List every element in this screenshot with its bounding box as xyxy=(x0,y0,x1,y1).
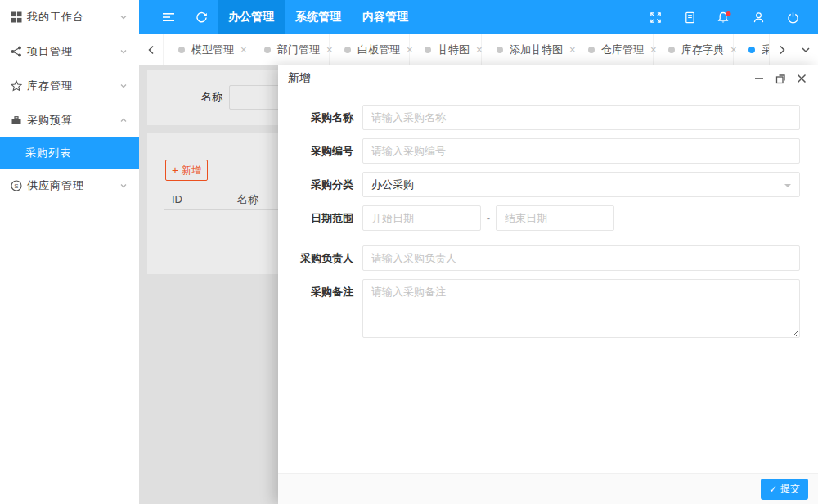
refresh-button[interactable] xyxy=(185,0,218,34)
start-date-input[interactable] xyxy=(362,205,481,231)
field-label: 采购编号 xyxy=(278,138,353,164)
nav-menu-office[interactable]: 办公管理 xyxy=(218,0,285,34)
selected-value: 办公采购 xyxy=(363,173,799,196)
chevron-right-icon xyxy=(778,45,786,55)
sidebar-item-label: 项目管理 xyxy=(27,44,119,59)
tab-dot xyxy=(497,47,503,53)
purchase-category-select[interactable]: 办公采购 xyxy=(362,172,800,197)
field-label: 采购名称 xyxy=(278,105,353,130)
star-icon xyxy=(11,80,22,92)
add-dialog: 新增 采购名称 采购编号 采购分类 办公采购 日期范围 xyxy=(278,65,818,504)
nav-menu-content[interactable]: 内容管理 xyxy=(352,0,419,34)
chevron-down-icon xyxy=(119,47,128,56)
menu-collapse-icon xyxy=(162,11,175,23)
submit-button[interactable]: ✓提交 xyxy=(761,479,808,500)
sidebar-subitem-procurement-list[interactable]: 采购列表 xyxy=(0,137,139,169)
tab-dot xyxy=(264,47,271,53)
nav-right-icons xyxy=(638,0,818,34)
nav-menu-system[interactable]: 系统管理 xyxy=(285,0,352,34)
tab-warehouse-management[interactable]: 仓库管理× xyxy=(573,34,654,65)
tabs-scroll-left-button[interactable] xyxy=(139,34,164,65)
dialog-body: 采购名称 采购编号 采购分类 办公采购 日期范围 - 采购 xyxy=(278,92,818,473)
chevron-down-icon xyxy=(784,184,791,187)
close-icon[interactable]: × xyxy=(240,43,247,56)
tab-department-management[interactable]: 部门管理× xyxy=(249,34,330,65)
form-row-code: 采购编号 xyxy=(278,138,818,164)
tab-dot xyxy=(344,47,351,53)
field-label: 采购负责人 xyxy=(278,245,353,271)
purchase-owner-input[interactable] xyxy=(362,245,800,271)
share-icon xyxy=(11,46,22,57)
maximize-icon xyxy=(775,74,786,84)
tab-dot xyxy=(178,47,185,53)
chevron-up-icon xyxy=(119,116,128,124)
close-icon xyxy=(797,74,807,83)
check-icon: ✓ xyxy=(769,484,777,495)
svg-text:S: S xyxy=(14,182,18,190)
minimize-icon xyxy=(754,74,764,83)
sidebar: 我的工作台 项目管理 库存管理 采购预算 采购列表 S 供应商管理 xyxy=(0,0,139,504)
bell-icon xyxy=(717,11,731,24)
fullscreen-icon xyxy=(649,11,662,24)
sidebar-item-label: 供应商管理 xyxy=(27,178,119,193)
chevron-down-icon xyxy=(801,46,811,54)
tabs-more-button[interactable] xyxy=(793,34,818,65)
date-separator: - xyxy=(481,212,496,224)
tabs-scroll-right-button[interactable] xyxy=(769,34,793,65)
purchase-name-input[interactable] xyxy=(362,105,800,130)
tab-dot xyxy=(588,47,595,53)
tab-procurement-list[interactable]: 采购列表× xyxy=(734,34,769,65)
form-row-remark: 采购备注 xyxy=(278,279,818,341)
supplier-icon: S xyxy=(11,180,22,191)
tabbar: 模型管理× 部门管理× 白板管理× 甘特图× 添加甘特图× 仓库管理× 库存字典… xyxy=(139,34,818,65)
field-label: 日期范围 xyxy=(278,205,353,231)
tab-whiteboard-management[interactable]: 白板管理× xyxy=(330,34,410,65)
tab-dot xyxy=(748,47,755,53)
form-row-owner: 采购负责人 xyxy=(278,245,818,271)
tab-inventory-dictionary[interactable]: 库存字典× xyxy=(654,34,734,65)
tab-gantt[interactable]: 甘特图× xyxy=(410,34,482,65)
form-row-category: 采购分类 办公采购 xyxy=(278,172,818,197)
notes-button[interactable] xyxy=(672,0,707,34)
sidebar-item-suppliers[interactable]: S 供应商管理 xyxy=(0,169,139,203)
notifications-button[interactable] xyxy=(707,0,741,34)
collapse-sidebar-button[interactable] xyxy=(152,0,185,34)
user-button[interactable] xyxy=(741,0,775,34)
purchase-remark-textarea[interactable] xyxy=(362,279,800,338)
sidebar-item-inventory[interactable]: 库存管理 xyxy=(0,69,139,103)
document-icon xyxy=(684,11,696,24)
tab-dot xyxy=(668,47,675,53)
fullscreen-button[interactable] xyxy=(638,0,672,34)
sidebar-item-label: 我的工作台 xyxy=(27,10,119,25)
maximize-button[interactable] xyxy=(774,72,787,85)
chevron-down-icon xyxy=(119,182,128,190)
notification-dot xyxy=(726,11,731,16)
sidebar-item-workspace[interactable]: 我的工作台 xyxy=(0,0,139,34)
field-label: 采购分类 xyxy=(278,172,353,197)
tab-model-management[interactable]: 模型管理× xyxy=(164,34,249,65)
dialog-footer: ✓提交 xyxy=(278,473,818,504)
sidebar-subitem-label: 采购列表 xyxy=(25,146,71,160)
end-date-input[interactable] xyxy=(496,205,614,231)
tabs-strip: 模型管理× 部门管理× 白板管理× 甘特图× 添加甘特图× 仓库管理× 库存字典… xyxy=(164,34,769,65)
close-button[interactable] xyxy=(795,72,808,85)
form-row-daterange: 日期范围 - xyxy=(278,205,818,231)
sidebar-item-procurement-budget[interactable]: 采购预算 xyxy=(0,103,139,137)
minimize-button[interactable] xyxy=(753,72,766,85)
field-label: 采购备注 xyxy=(278,279,353,341)
dashboard-icon xyxy=(11,11,22,23)
briefcase-icon xyxy=(11,115,22,126)
refresh-icon xyxy=(196,11,208,24)
purchase-code-input[interactable] xyxy=(362,138,800,164)
top-navbar: 办公管理 系统管理 内容管理 xyxy=(139,0,818,34)
dialog-title: 新增 xyxy=(288,71,311,86)
sidebar-item-projects[interactable]: 项目管理 xyxy=(0,34,139,69)
tab-dot xyxy=(425,47,431,53)
logout-button[interactable] xyxy=(775,0,810,34)
chevron-left-icon xyxy=(147,45,155,55)
nav-menu: 办公管理 系统管理 内容管理 xyxy=(218,0,419,34)
tab-add-gantt[interactable]: 添加甘特图× xyxy=(482,34,573,65)
power-icon xyxy=(787,11,799,24)
sidebar-item-label: 库存管理 xyxy=(27,79,119,93)
dialog-header: 新增 xyxy=(278,65,818,92)
